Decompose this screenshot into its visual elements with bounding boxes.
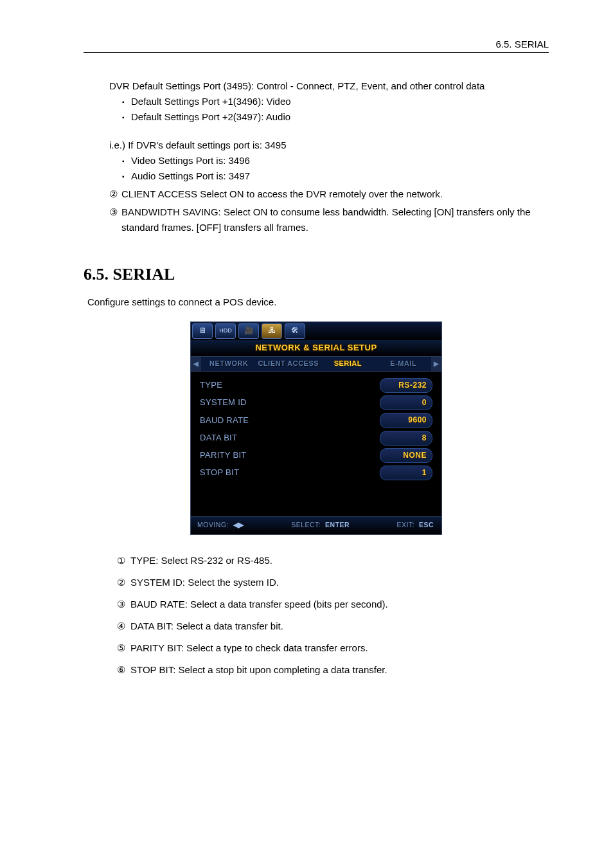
dvr-panel-title: NETWORK & SERIAL SETUP	[191, 340, 441, 357]
setting-row-stop-bit: STOP BIT 1	[200, 464, 432, 482]
hdd-icon[interactable]: HDD	[215, 323, 236, 339]
list-item: ①TYPE: Select RS-232 or RS-485.	[84, 553, 549, 568]
circled-number: ③	[117, 597, 125, 612]
monitor-icon[interactable]: 🖥	[192, 323, 213, 339]
tab-arrow-left-icon[interactable]: ◀	[191, 357, 201, 371]
setting-label: BAUD RATE	[200, 414, 249, 428]
list-item: ⑥STOP BIT: Select a stop bit upon comple…	[84, 662, 549, 678]
setting-label: STOP BIT	[200, 466, 239, 480]
setting-value[interactable]: RS-232	[380, 378, 432, 393]
tab-arrow-right-icon[interactable]: ▶	[431, 357, 441, 371]
paragraph: DVR Default Settings Port (3495): Contro…	[84, 78, 549, 94]
setting-label: SYSTEM ID	[200, 396, 247, 410]
bullet-item: Default Settings Port +1(3496): Video	[84, 94, 549, 109]
circled-number: ③	[109, 204, 118, 235]
dvr-top-icon-bar: 🖥 HDD 🎥 🖧 🛠	[191, 322, 441, 340]
list-item: ③BAUD RATE: Select a data transfer speed…	[84, 597, 549, 612]
circled-number: ②	[109, 186, 118, 202]
hint-moving: MOVING: ◀▶	[197, 520, 244, 530]
setting-label: PARITY BIT	[200, 449, 247, 462]
camera-icon[interactable]: 🎥	[238, 323, 259, 339]
setting-row-parity-bit: PARITY BIT NONE	[200, 447, 432, 464]
setting-value[interactable]: 9600	[380, 413, 432, 428]
setting-value[interactable]: 8	[380, 431, 432, 446]
section-intro: Configure settings to connect a POS devi…	[87, 294, 549, 310]
bullet-item: Video Settings Port is: 3496	[84, 153, 549, 168]
dvr-screenshot: 🖥 HDD 🎥 🖧 🛠 NETWORK & SERIAL SETUP ◀ NET…	[190, 321, 442, 535]
circled-number: ②	[117, 575, 125, 590]
tab-email[interactable]: E-MAIL	[376, 357, 431, 371]
setting-row-data-bit: DATA BIT 8	[200, 429, 432, 447]
setting-row-baud-rate: BAUD RATE 9600	[200, 411, 432, 429]
tab-client-access[interactable]: CLIENT ACCESS	[256, 357, 320, 371]
bullet-item: Default Settings Port +2(3497): Audio	[84, 109, 549, 125]
hint-exit: EXIT: ESC	[396, 520, 434, 530]
setting-value[interactable]: 1	[380, 466, 432, 480]
setting-label: TYPE	[200, 379, 222, 392]
dvr-settings-body: TYPE RS-232 SYSTEM ID 0 BAUD RATE 9600 D…	[191, 372, 441, 516]
tools-icon[interactable]: 🛠	[285, 323, 305, 339]
hint-select: SELECT: ENTER	[291, 520, 350, 530]
setting-value[interactable]: 0	[380, 395, 432, 410]
circled-number: ④	[117, 619, 125, 634]
circled-number: ⑤	[117, 640, 125, 656]
setting-label: DATA BIT	[200, 431, 237, 445]
header-section-label: 6.5. SERIAL	[495, 39, 549, 50]
circled-number: ①	[117, 553, 125, 568]
section-heading: 6.5. SERIAL	[84, 261, 549, 288]
dvr-tab-bar: ◀ NETWORK CLIENT ACCESS SERIAL E-MAIL ▶	[191, 356, 441, 372]
tab-network[interactable]: NETWORK	[201, 357, 256, 371]
list-item: ④DATA BIT: Select a data transfer bit.	[84, 619, 549, 634]
setting-row-system-id: SYSTEM ID 0	[200, 394, 432, 411]
numbered-item: ③ BANDWIDTH SAVING: Select ON to consume…	[84, 204, 549, 235]
numbered-item: ② CLIENT ACCESS Select ON to access the …	[84, 186, 549, 202]
list-item: ⑤PARITY BIT: Select a type to check data…	[84, 640, 549, 656]
list-item: ②SYSTEM ID: Select the system ID.	[84, 575, 549, 590]
bullet-item: Audio Settings Port is: 3497	[84, 168, 549, 184]
network-icon[interactable]: 🖧	[262, 323, 282, 339]
dvr-footer-hints: MOVING: ◀▶ SELECT: ENTER EXIT: ESC	[191, 516, 441, 534]
page-header: 6.5. SERIAL	[84, 39, 549, 53]
setting-row-type: TYPE RS-232	[200, 377, 432, 394]
figure-description-list: ①TYPE: Select RS-232 or RS-485. ②SYSTEM …	[84, 553, 549, 678]
paragraph: i.e.) If DVR's default settings port is:…	[84, 138, 549, 153]
setting-value[interactable]: NONE	[380, 448, 432, 463]
tab-serial[interactable]: SERIAL	[320, 357, 375, 371]
circled-number: ⑥	[117, 662, 125, 678]
